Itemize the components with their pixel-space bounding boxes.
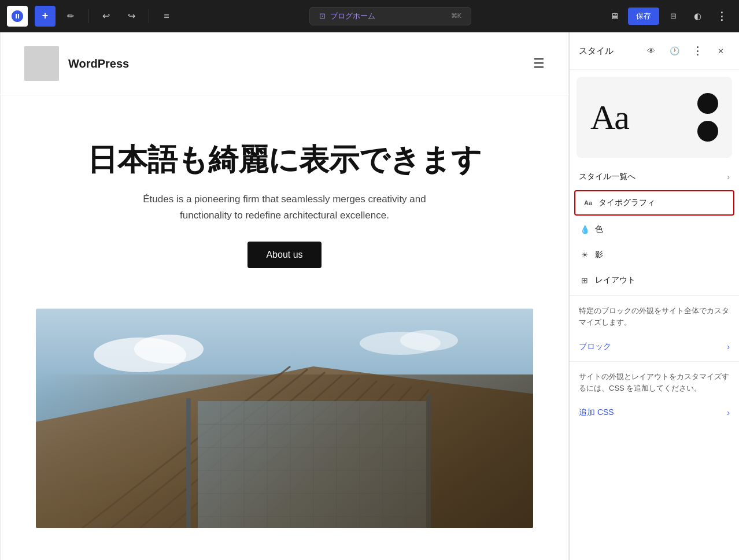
svg-line-9	[140, 372, 325, 528]
list-icon: ≡	[164, 11, 169, 21]
svg-line-15	[313, 390, 429, 528]
shadow-label: 影	[595, 250, 730, 260]
css-section-desc: サイトの外観とレイアウトをカスタマイズするには、CSS を追加してください。	[570, 364, 739, 400]
wordpress-logo[interactable]	[7, 6, 28, 27]
block-link-label: ブロック	[579, 342, 727, 352]
more-icon: ⋮	[692, 44, 703, 57]
view-split-button[interactable]: ⊟	[663, 6, 683, 27]
save-button[interactable]: 保存	[628, 8, 659, 25]
monitor-button[interactable]: 🖥	[604, 6, 625, 27]
canvas-area[interactable]: WordPress ☰ 日本語も綺麗に表示できます Études is a pi…	[0, 32, 569, 560]
main-layout: WordPress ☰ 日本語も綺麗に表示できます Études is a pi…	[0, 32, 739, 560]
menu-icon[interactable]: ☰	[533, 56, 545, 71]
css-link-label: 追加 CSS	[579, 407, 727, 418]
undo-button[interactable]: ↩	[95, 6, 116, 27]
redo-button[interactable]: ↪	[121, 6, 142, 27]
style-preview-text: Aa	[590, 98, 629, 138]
style-preview-dots	[697, 93, 718, 142]
panel-divider-2	[570, 361, 739, 362]
color-item[interactable]: 💧 色	[570, 217, 739, 242]
svg-line-14	[284, 387, 412, 528]
typography-icon: Aa	[582, 197, 594, 209]
history-icon: 🕐	[670, 46, 679, 55]
block-section-desc: 特定のブロックの外観をサイト全体でカスタマイズします。	[570, 298, 739, 335]
hero-section: 日本語も綺麗に表示できます Études is a pioneering fir…	[1, 95, 568, 297]
plus-icon: +	[42, 10, 49, 22]
svg-line-7	[82, 366, 290, 528]
css-link-chevron: ›	[727, 408, 730, 417]
style-dot-2	[697, 121, 718, 142]
toolbar-center: ⊡ ブログホーム ⌘K	[182, 7, 599, 25]
block-link[interactable]: ブロック ›	[570, 335, 739, 359]
split-icon: ⊟	[670, 12, 677, 20]
monitor-icon: 🖥	[610, 11, 619, 21]
panel-divider-1	[570, 295, 739, 296]
svg-line-11	[198, 378, 360, 528]
eye-icon: 👁	[647, 46, 655, 55]
styles-history-button[interactable]: 🕐	[665, 42, 683, 60]
moon-icon: ◐	[694, 11, 701, 21]
building-image	[36, 309, 533, 528]
arch-lines	[36, 309, 533, 528]
typography-item[interactable]: Aa タイポグラフィ	[574, 190, 734, 216]
edit-button[interactable]: ✏	[60, 6, 81, 27]
url-text: ブログホーム	[330, 11, 375, 21]
css-link[interactable]: 追加 CSS ›	[570, 400, 739, 425]
main-toolbar: + ✏ ↩ ↪ ≡ ⊡ ブログホーム ⌘K 🖥 保存 ⊟ ◐ ⋮	[0, 0, 739, 32]
shadow-icon: ☀	[579, 249, 590, 261]
styles-panel: スタイル 👁 🕐 ⋮ ✕ Aa スタイル一覧へ ›	[569, 32, 739, 560]
svg-line-10	[169, 375, 342, 528]
more-options-button[interactable]: ⋮	[711, 6, 732, 27]
svg-rect-31	[186, 398, 191, 528]
styles-all-label: スタイル一覧へ	[579, 172, 727, 182]
svg-point-3	[134, 335, 204, 364]
dark-mode-button[interactable]: ◐	[687, 6, 708, 27]
url-shortcut: ⌘K	[451, 12, 461, 20]
style-dot-1	[697, 93, 718, 114]
panel-title: スタイル	[579, 46, 637, 57]
site-logo	[24, 46, 59, 81]
svg-line-12	[227, 381, 377, 528]
list-view-button[interactable]: ≡	[156, 6, 177, 27]
color-icon: 💧	[579, 224, 590, 235]
typography-label: タイポグラフィ	[598, 198, 726, 208]
page-icon: ⊡	[319, 12, 326, 20]
site-name: WordPress	[68, 57, 129, 71]
toolbar-divider-1	[88, 9, 88, 23]
svg-point-5	[400, 330, 458, 351]
color-label: 色	[595, 224, 730, 235]
styles-all-chevron: ›	[727, 172, 730, 181]
add-block-button[interactable]: +	[35, 6, 56, 27]
block-link-chevron: ›	[727, 342, 730, 351]
image-section	[1, 297, 568, 560]
toolbar-right: 🖥 保存 ⊟ ◐ ⋮	[604, 6, 732, 27]
panel-header: スタイル 👁 🕐 ⋮ ✕	[570, 32, 739, 70]
close-icon: ✕	[718, 47, 724, 55]
site-header: WordPress ☰	[1, 32, 568, 95]
styles-all-item[interactable]: スタイル一覧へ ›	[570, 165, 739, 189]
svg-rect-16	[198, 401, 429, 528]
pencil-icon: ✏	[67, 11, 75, 21]
redo-icon: ↪	[128, 10, 135, 21]
hero-title: 日本語も綺麗に表示できます	[36, 142, 533, 177]
layout-icon: ⊞	[579, 275, 590, 286]
svg-line-8	[111, 369, 308, 528]
styles-more-button[interactable]: ⋮	[688, 42, 707, 60]
undo-icon: ↩	[102, 10, 110, 21]
layout-label: レイアウト	[595, 275, 730, 285]
ellipsis-icon: ⋮	[716, 10, 727, 23]
svg-marker-6	[36, 366, 533, 528]
layout-item[interactable]: ⊞ レイアウト	[570, 268, 739, 293]
styles-close-button[interactable]: ✕	[711, 42, 730, 60]
about-us-button[interactable]: About us	[247, 242, 321, 268]
toolbar-divider-2	[149, 9, 149, 23]
styles-eye-button[interactable]: 👁	[642, 42, 660, 60]
svg-rect-32	[426, 395, 431, 528]
hero-subtitle: Études is a pioneering firm that seamles…	[140, 191, 429, 222]
url-bar[interactable]: ⊡ ブログホーム ⌘K	[309, 7, 471, 25]
svg-line-13	[256, 384, 394, 528]
shadow-item[interactable]: ☀ 影	[570, 242, 739, 268]
style-preview-card: Aa	[577, 77, 732, 158]
page-wrapper: WordPress ☰ 日本語も綺麗に表示できます Études is a pi…	[1, 32, 568, 560]
